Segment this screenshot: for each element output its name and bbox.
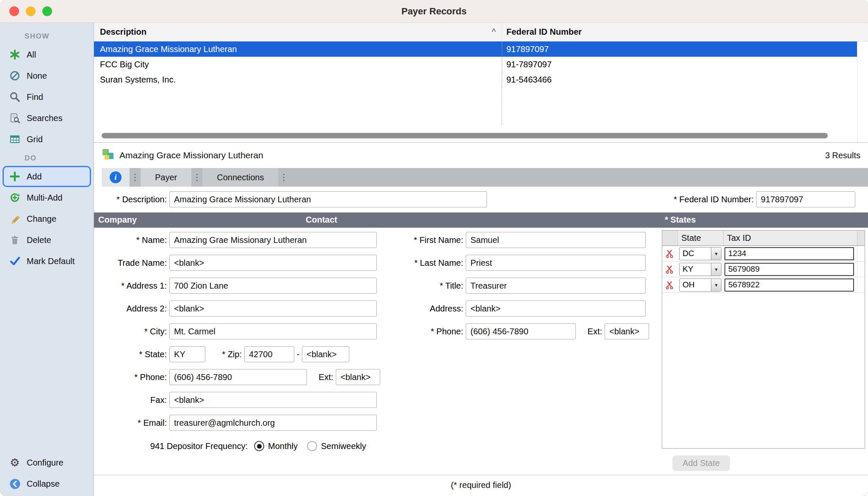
sidebar-item-label: Mark Default bbox=[27, 256, 75, 266]
state-input[interactable] bbox=[169, 346, 205, 362]
saved-search-icon bbox=[8, 112, 21, 124]
sort-ascending-icon: ^ bbox=[492, 27, 502, 37]
state-label: * State: bbox=[94, 350, 167, 359]
column-header-federal-id[interactable]: Federal ID Number bbox=[502, 23, 868, 41]
record-header-left: Amazing Grace Missionary Lutheran bbox=[102, 148, 820, 163]
city-label: * City: bbox=[94, 327, 167, 336]
sidebar-item-configure[interactable]: ⚙ Configure bbox=[0, 452, 94, 473]
address1-input[interactable] bbox=[169, 278, 377, 294]
zoom-window-button[interactable] bbox=[42, 6, 52, 16]
chevron-down-icon: ▾ bbox=[711, 248, 721, 260]
info-button[interactable]: i bbox=[102, 168, 130, 187]
company-phone-label: * Phone: bbox=[94, 372, 167, 382]
tax-id-input[interactable] bbox=[724, 247, 854, 260]
sidebar-item-collapse[interactable]: Collapse bbox=[0, 473, 94, 494]
description-label: * Description: bbox=[94, 195, 167, 204]
delete-state-button[interactable] bbox=[662, 265, 677, 274]
horizontal-scrollbar[interactable] bbox=[102, 133, 828, 138]
tab-payer[interactable]: Payer bbox=[141, 168, 191, 187]
minimize-window-button[interactable] bbox=[26, 6, 36, 16]
table-row: DC ▾ bbox=[662, 246, 865, 262]
radio-monthly[interactable] bbox=[254, 441, 264, 451]
contact-ext-input[interactable] bbox=[605, 323, 649, 339]
last-name-input[interactable] bbox=[466, 255, 646, 271]
sidebar: SHOW All None bbox=[0, 23, 94, 496]
table-row[interactable]: Suran Systems, Inc. 91-5463466 bbox=[94, 72, 868, 87]
email-label: * Email: bbox=[94, 418, 167, 428]
sidebar-item-all[interactable]: All bbox=[0, 44, 94, 65]
titlebar: Payer Records bbox=[0, 0, 868, 23]
tab-bar-filler bbox=[289, 168, 868, 187]
close-window-button[interactable] bbox=[9, 6, 19, 16]
tab-separator-icon: ⋮ bbox=[191, 168, 202, 187]
sidebar-item-add[interactable]: Add bbox=[3, 166, 91, 187]
delete-state-button[interactable] bbox=[662, 249, 677, 258]
main-area: Description ^ Federal ID Number Amazing … bbox=[94, 23, 868, 496]
table-row[interactable]: FCC Big City 91-7897097 bbox=[94, 57, 868, 72]
state-select[interactable]: KY ▾ bbox=[679, 263, 721, 276]
sidebar-item-label: Grid bbox=[27, 135, 43, 144]
sidebar-item-mark-default[interactable]: Mark Default bbox=[0, 251, 94, 272]
zip4-input[interactable] bbox=[302, 346, 349, 362]
last-name-label: * Last Name: bbox=[390, 258, 463, 268]
first-name-input[interactable] bbox=[466, 232, 646, 248]
column-header-description[interactable]: Description ^ bbox=[94, 23, 502, 41]
company-name-input[interactable] bbox=[169, 232, 377, 248]
states-table: State Tax ID bbox=[662, 230, 865, 449]
multi-add-icon bbox=[8, 191, 21, 204]
sidebar-item-find[interactable]: Find bbox=[0, 86, 94, 107]
address2-input[interactable] bbox=[169, 300, 377, 317]
state-select[interactable]: DC ▾ bbox=[679, 247, 721, 260]
record-title: Amazing Grace Missionary Lutheran bbox=[119, 150, 263, 160]
delete-state-button[interactable] bbox=[662, 280, 677, 289]
sidebar-item-label: None bbox=[27, 71, 47, 81]
zip-input[interactable] bbox=[244, 346, 294, 362]
magnifier-icon bbox=[8, 91, 21, 103]
description-input[interactable] bbox=[169, 191, 487, 207]
asterisk-icon bbox=[8, 48, 21, 61]
city-input[interactable] bbox=[169, 323, 377, 339]
trash-icon bbox=[8, 234, 21, 246]
cell-description: Amazing Grace Missionary Lutheran bbox=[94, 41, 502, 57]
sidebar-item-delete[interactable]: Delete bbox=[0, 229, 94, 251]
sidebar-item-searches[interactable]: Searches bbox=[0, 107, 94, 129]
depositor-frequency-label: 941 Depositor Frequency: bbox=[94, 441, 248, 451]
gear-icon: ⚙ bbox=[8, 456, 21, 469]
states-delete-column-header bbox=[662, 231, 677, 245]
company-phone-input[interactable] bbox=[169, 369, 307, 385]
tab-connections[interactable]: Connections bbox=[202, 168, 278, 187]
company-ext-label: Ext: bbox=[307, 372, 333, 382]
contact-phone-input[interactable] bbox=[466, 323, 576, 339]
sidebar-item-none[interactable]: None bbox=[0, 65, 94, 86]
states-scrollbar-gutter bbox=[857, 231, 865, 245]
tax-id-input[interactable] bbox=[724, 263, 854, 276]
title-input[interactable] bbox=[466, 278, 646, 294]
email-input[interactable] bbox=[169, 415, 377, 431]
sidebar-item-change[interactable]: Change bbox=[0, 208, 94, 229]
payer-list-header: Description ^ Federal ID Number bbox=[94, 23, 868, 41]
state-select[interactable]: OH ▾ bbox=[679, 278, 721, 292]
table-row[interactable]: Amazing Grace Missionary Lutheran 917897… bbox=[94, 41, 868, 57]
cell-description: Suran Systems, Inc. bbox=[94, 72, 502, 87]
tax-id-input[interactable] bbox=[724, 278, 854, 292]
sidebar-item-multi-add[interactable]: Multi-Add bbox=[0, 187, 94, 208]
contact-address-input[interactable] bbox=[466, 300, 646, 317]
section-contact: Contact bbox=[306, 215, 337, 225]
company-ext-input[interactable] bbox=[336, 369, 380, 385]
collapse-icon bbox=[8, 477, 21, 490]
add-state-button[interactable]: Add State bbox=[672, 455, 730, 471]
radio-semiweekly[interactable] bbox=[307, 441, 317, 451]
record-icon bbox=[102, 148, 114, 163]
sidebar-item-label: Collapse bbox=[27, 479, 60, 489]
section-company: Company bbox=[98, 215, 137, 225]
scissors-icon bbox=[665, 265, 674, 274]
payer-form: * Description: * Federal ID Number: Comp… bbox=[94, 187, 868, 496]
sidebar-item-grid[interactable]: Grid bbox=[0, 129, 94, 150]
trade-name-input[interactable] bbox=[169, 255, 377, 271]
fax-input[interactable] bbox=[169, 392, 377, 408]
federal-id-input[interactable] bbox=[756, 191, 855, 207]
address2-label: Address 2: bbox=[94, 304, 167, 314]
contact-address-label: Address: bbox=[390, 304, 463, 314]
vertical-scrollbar-track[interactable] bbox=[857, 41, 868, 142]
scissors-icon bbox=[665, 280, 674, 289]
